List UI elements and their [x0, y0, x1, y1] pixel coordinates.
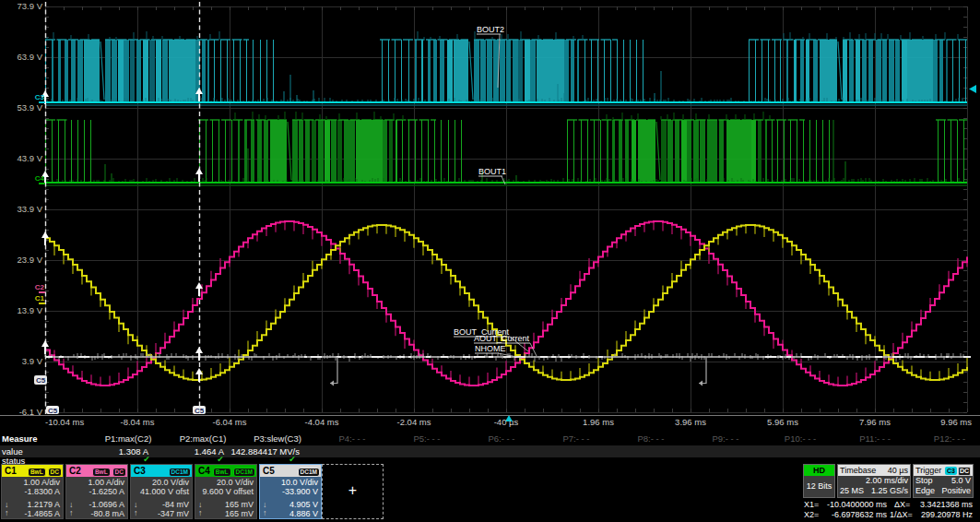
- svg-text:BOUT1: BOUT1: [478, 167, 506, 176]
- svg-text:C3: C3: [35, 93, 45, 101]
- svg-text:C5: C5: [36, 376, 46, 385]
- svg-text:13.9 V: 13.9 V: [18, 305, 43, 315]
- svg-text:43.9 V: 43.9 V: [18, 153, 43, 163]
- svg-text:C1: C1: [35, 294, 45, 303]
- svg-text:BOUT2: BOUT2: [477, 25, 504, 34]
- svg-text:63.9 V: 63.9 V: [18, 52, 43, 62]
- svg-text:NHOME: NHOME: [475, 344, 506, 353]
- svg-text:53.9 V: 53.9 V: [18, 102, 43, 113]
- svg-text:AOUT_Current: AOUT_Current: [474, 334, 530, 343]
- svg-text:33.9 V: 33.9 V: [18, 204, 43, 214]
- svg-text:73.9 V: 73.9 V: [18, 1, 43, 11]
- svg-text:C2: C2: [35, 283, 45, 291]
- svg-text:23.9 V: 23.9 V: [18, 255, 43, 265]
- svg-text:C5: C5: [48, 407, 58, 415]
- svg-text:C5: C5: [195, 407, 205, 415]
- svg-text:C4: C4: [35, 174, 45, 183]
- svg-text:3.9 V: 3.9 V: [22, 356, 43, 366]
